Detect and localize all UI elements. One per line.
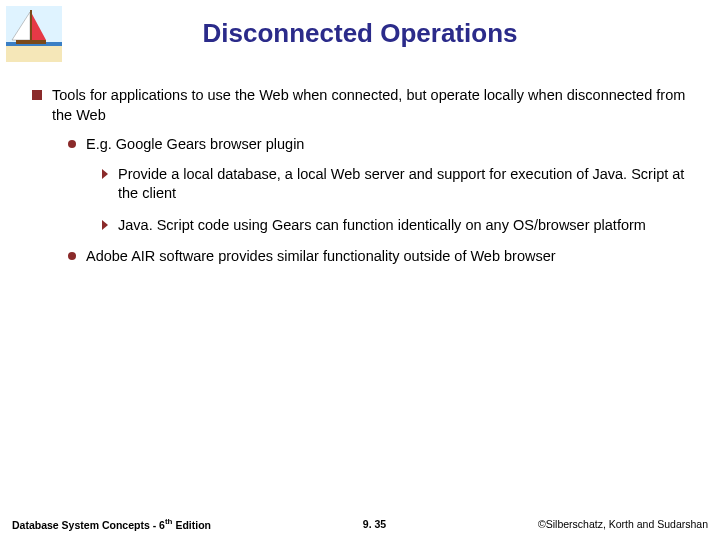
slide-footer: Database System Concepts - 6th Edition 9… [0, 517, 720, 531]
square-bullet-icon [32, 90, 42, 100]
bullet-text: Provide a local database, a local Web se… [118, 165, 688, 204]
footer-left: Database System Concepts - 6th Edition [12, 517, 211, 531]
footer-page-number: 9. 35 [363, 518, 386, 530]
bullet-level1: Tools for applications to use the Web wh… [32, 86, 688, 125]
footer-book-title-prefix: Database System Concepts - 6 [12, 518, 165, 530]
triangle-bullet-icon [102, 220, 108, 230]
svg-rect-6 [16, 40, 46, 44]
bullet-text: Java. Script code using Gears can functi… [118, 216, 646, 236]
slide-body: Tools for applications to use the Web wh… [32, 86, 688, 277]
footer-copyright: ©Silberschatz, Korth and Sudarshan [538, 518, 708, 530]
svg-rect-5 [30, 10, 32, 44]
bullet-level2: Adobe AIR software provides similar func… [68, 247, 688, 267]
bullet-text: E.g. Google Gears browser plugin [86, 135, 304, 155]
disc-bullet-icon [68, 252, 76, 260]
bullet-level2: E.g. Google Gears browser plugin [68, 135, 688, 155]
footer-book-title-suffix: Edition [172, 518, 211, 530]
disc-bullet-icon [68, 140, 76, 148]
triangle-bullet-icon [102, 169, 108, 179]
bullet-text: Adobe AIR software provides similar func… [86, 247, 556, 267]
slide-title: Disconnected Operations [0, 0, 720, 49]
bullet-level3: Provide a local database, a local Web se… [102, 165, 688, 204]
bullet-text: Tools for applications to use the Web wh… [52, 86, 688, 125]
bullet-level3: Java. Script code using Gears can functi… [102, 216, 688, 236]
svg-rect-1 [6, 44, 62, 62]
sailboat-logo [6, 6, 62, 62]
